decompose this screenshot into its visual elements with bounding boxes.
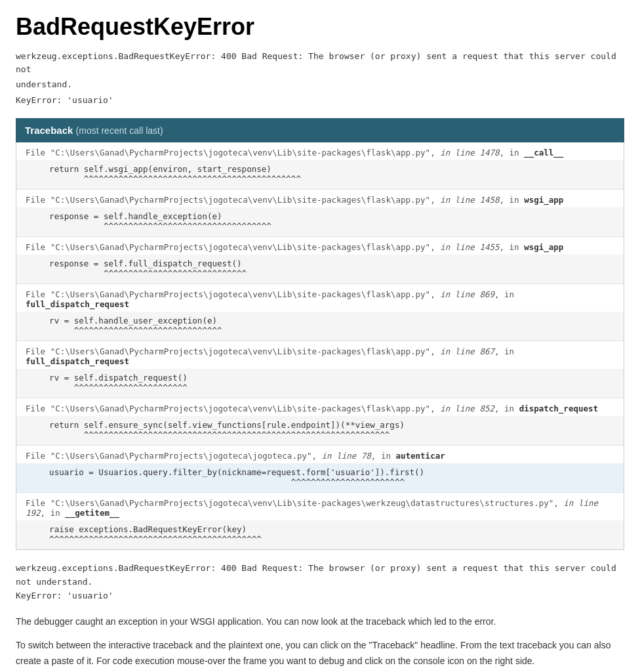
error-summary: werkzeug.exceptions.BadRequestKeyError: … bbox=[16, 50, 624, 106]
frame-file: File "C:\Users\Ganad\PycharmProjects\jog… bbox=[16, 398, 624, 416]
error-footer-line1: werkzeug.exceptions.BadRequestKeyError: … bbox=[16, 562, 624, 589]
frame-file: File "C:\Users\Ganad\PycharmProjects\jog… bbox=[16, 237, 624, 255]
error-footer-line2: KeyError: 'usuario' bbox=[16, 589, 624, 603]
traceback-frame[interactable]: File "C:\Users\Ganad\PycharmProjects\jog… bbox=[16, 398, 624, 446]
description-para2: To switch between the interactive traceb… bbox=[16, 638, 624, 669]
frame-code: return self.ensure_sync(self.view_functi… bbox=[16, 416, 624, 445]
traceback-frame[interactable]: File "C:\Users\Ganad\PycharmProjects\jog… bbox=[16, 237, 624, 284]
frame-code: raise exceptions.BadRequestKeyError(key)… bbox=[16, 520, 624, 549]
traceback-frame[interactable]: File "C:\Users\Ganad\PycharmProjects\jog… bbox=[16, 493, 624, 549]
frame-file: File "C:\Users\Ganad\PycharmProjects\jog… bbox=[16, 446, 624, 463]
frame-code: response = self.full_dispatch_request() … bbox=[16, 255, 624, 284]
traceback-header[interactable]: Traceback (most recent call last) bbox=[16, 118, 624, 142]
traceback-frame[interactable]: File "C:\Users\Ganad\PycharmProjects\jog… bbox=[16, 341, 624, 398]
description-section: The debugger caught an exception in your… bbox=[16, 614, 624, 672]
error-summary-line2: understand. bbox=[16, 78, 624, 91]
frame-code: response = self.handle_exception(e) ^^^^… bbox=[16, 207, 624, 236]
traceback-container: File "C:\Users\Ganad\PycharmProjects\jog… bbox=[16, 142, 624, 550]
traceback-label: Traceback bbox=[25, 125, 73, 136]
frame-file: File "C:\Users\Ganad\PycharmProjects\jog… bbox=[16, 341, 624, 369]
frame-file: File "C:\Users\Ganad\PycharmProjects\jog… bbox=[16, 493, 624, 520]
error-footer: werkzeug.exceptions.BadRequestKeyError: … bbox=[16, 562, 624, 602]
frame-code: rv = self.handle_user_exception(e) ^^^^^… bbox=[16, 312, 624, 341]
frame-code: usuario = Usuarios.query.filter_by(nickn… bbox=[16, 463, 624, 492]
frame-code: return self.wsgi_app(environ, start_resp… bbox=[16, 160, 624, 189]
traceback-frame[interactable]: File "C:\Users\Ganad\PycharmProjects\jog… bbox=[16, 284, 624, 341]
traceback-frame[interactable]: File "C:\Users\Ganad\PycharmProjects\jog… bbox=[16, 190, 624, 237]
description-para1: The debugger caught an exception in your… bbox=[16, 614, 624, 630]
traceback-frame[interactable]: File "C:\Users\Ganad\PycharmProjects\jog… bbox=[16, 142, 624, 190]
error-title: BadRequestKeyError bbox=[16, 13, 624, 41]
frame-file: File "C:\Users\Ganad\PycharmProjects\jog… bbox=[16, 142, 624, 160]
error-summary-line1: werkzeug.exceptions.BadRequestKeyError: … bbox=[16, 50, 624, 75]
frame-file: File "C:\Users\Ganad\PycharmProjects\jog… bbox=[16, 190, 624, 207]
traceback-frame[interactable]: File "C:\Users\Ganad\PycharmProjects\jog… bbox=[16, 446, 624, 493]
frame-code: rv = self.dispatch_request() ^^^^^^^^^^^… bbox=[16, 369, 624, 398]
frame-file: File "C:\Users\Ganad\PycharmProjects\jog… bbox=[16, 284, 624, 312]
error-summary-line3: KeyError: 'usuario' bbox=[16, 94, 624, 107]
traceback-subtitle: (most recent call last) bbox=[76, 125, 163, 136]
